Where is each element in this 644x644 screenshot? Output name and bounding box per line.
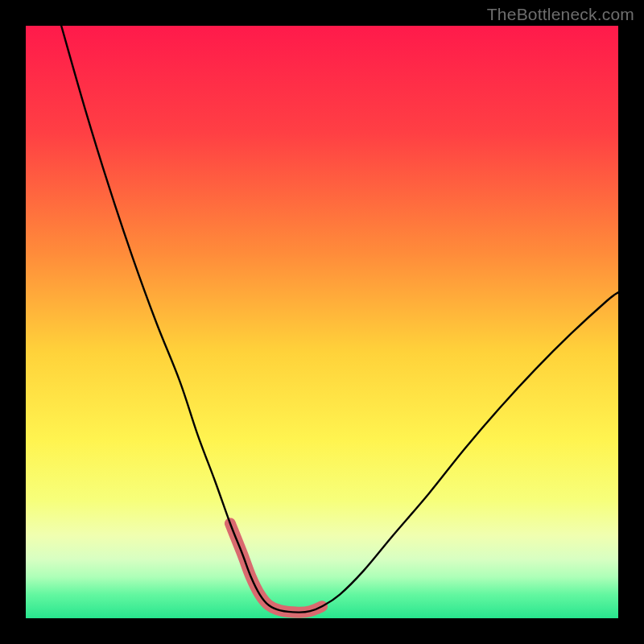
svg-rect-0: [26, 26, 618, 618]
watermark-text: TheBottleneck.com: [487, 5, 634, 24]
background-gradient: [26, 26, 618, 618]
plot-area: [26, 26, 618, 618]
chart-frame: TheBottleneck.com: [0, 0, 644, 644]
